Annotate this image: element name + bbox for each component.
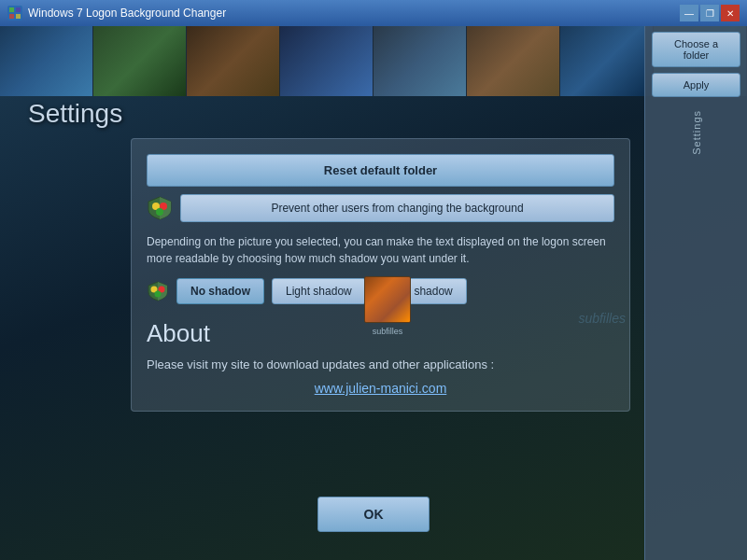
reset-folder-button[interactable]: Reset default folder — [147, 154, 614, 187]
folder-thumbnail — [364, 276, 411, 323]
ok-button[interactable]: OK — [317, 497, 430, 532]
window-controls: — ❐ ✕ — [680, 5, 740, 21]
settings-sidebar-label: Settings — [691, 110, 702, 155]
svg-rect-3 — [9, 14, 14, 19]
thumbnail-item[interactable] — [374, 26, 467, 96]
light-shadow-button[interactable]: Light shadow — [272, 278, 366, 304]
app-icon — [7, 6, 22, 21]
prevent-row: Prevent other users from changing the ba… — [147, 194, 614, 222]
minimize-button[interactable]: — — [680, 5, 698, 21]
content-panel: Reset default folder Prevent other users… — [131, 138, 630, 412]
close-button[interactable]: ✕ — [721, 5, 740, 21]
folder-thumbnail-label: subfilles — [364, 327, 411, 336]
prevent-users-button[interactable]: Prevent other users from changing the ba… — [180, 194, 614, 222]
thumbnail-item[interactable] — [280, 26, 374, 96]
shield-small-icon — [147, 280, 169, 302]
watermark-text: subfilles — [578, 311, 626, 326]
about-link[interactable]: www.julien-manici.com — [147, 381, 614, 396]
about-text: Please visit my site to download updates… — [147, 356, 614, 375]
svg-rect-4 — [16, 14, 21, 19]
thumbnail-item[interactable] — [560, 26, 654, 96]
shield-icon — [147, 195, 173, 221]
svg-rect-2 — [16, 7, 21, 12]
shadow-description: Depending on the picture you selected, y… — [147, 233, 614, 267]
svg-point-10 — [155, 291, 162, 298]
app-title: Windows 7 Logon Background Changer — [28, 7, 680, 20]
main-window: Choose a folder Apply Settings Settings … — [0, 26, 747, 560]
apply-button[interactable]: Apply — [652, 73, 740, 97]
choose-folder-button[interactable]: Choose a folder — [652, 32, 740, 67]
thumbnail-item[interactable] — [467, 26, 560, 96]
svg-point-7 — [156, 208, 163, 216]
sidebar-right: Choose a folder Apply Settings — [644, 26, 747, 560]
settings-title: Settings — [28, 99, 122, 129]
thumbnail-item[interactable] — [93, 26, 187, 96]
thumbnail-strip — [0, 26, 747, 96]
svg-rect-1 — [9, 7, 14, 12]
restore-button[interactable]: ❐ — [700, 5, 719, 21]
title-bar: Windows 7 Logon Background Changer — ❐ ✕ — [0, 0, 747, 26]
thumbnail-item[interactable] — [0, 26, 93, 96]
thumbnail-item[interactable] — [187, 26, 280, 96]
no-shadow-button[interactable]: No shadow — [176, 278, 264, 304]
